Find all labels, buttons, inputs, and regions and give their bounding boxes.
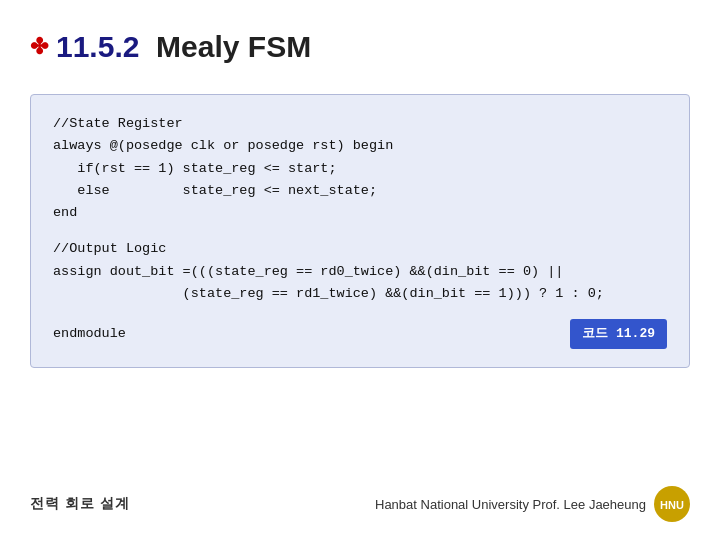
footer-right: Hanbat National University Prof. Lee Jae… bbox=[375, 486, 690, 522]
page: ✤ 11.5.2 Mealy FSM //State Register alwa… bbox=[0, 0, 720, 540]
state-register-comment: //State Register bbox=[53, 113, 667, 135]
footer-university: Hanbat National University Prof. Lee Jae… bbox=[375, 497, 646, 512]
footer: 전력 회로 설계 Hanbat National University Prof… bbox=[0, 486, 720, 522]
state-register-section: //State Register always @(posedge clk or… bbox=[53, 113, 667, 224]
svg-text:HNU: HNU bbox=[660, 499, 684, 511]
state-register-code: always @(posedge clk or posedge rst) beg… bbox=[53, 135, 667, 224]
output-logic-section: //Output Logic assign dout_bit =(((state… bbox=[53, 238, 667, 305]
endmodule-text: endmodule bbox=[53, 323, 126, 345]
chapter-number: 11.5.2 bbox=[56, 30, 139, 63]
university-logo: HNU bbox=[654, 486, 690, 522]
title-area: ✤ 11.5.2 Mealy FSM bbox=[30, 30, 690, 64]
output-logic-comment: //Output Logic bbox=[53, 238, 667, 260]
footer-left-label: 전력 회로 설계 bbox=[30, 495, 130, 513]
title-name: Mealy FSM bbox=[156, 30, 311, 63]
code-box: //State Register always @(posedge clk or… bbox=[30, 94, 690, 368]
bottom-row: endmodule 코드 11.29 bbox=[53, 319, 667, 348]
assign-line: assign dout_bit =(((state_reg == rd0_twi… bbox=[53, 261, 667, 306]
page-title: 11.5.2 Mealy FSM bbox=[56, 30, 311, 64]
code-badge: 코드 11.29 bbox=[570, 319, 667, 348]
title-icon: ✤ bbox=[30, 34, 48, 60]
